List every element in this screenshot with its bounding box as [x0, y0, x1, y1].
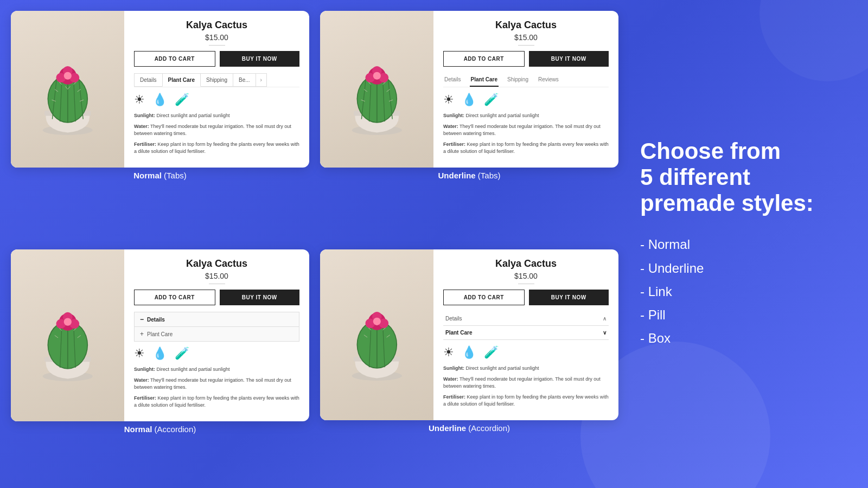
label-normal-bottom-left: (Accordion): [152, 425, 196, 434]
water-icon-top-right: 💧: [462, 93, 476, 107]
accordion-underline-header-details[interactable]: Details ∧: [443, 312, 609, 325]
accordion-normal-bottom-left: − Details + Plant Care: [134, 312, 299, 342]
fertiliser-text-bottom-left: Fertiliser: Keep plant in top form by fe…: [134, 395, 299, 409]
fertiliser-text-top-right: Fertiliser: Keep plant in top form by fe…: [443, 141, 609, 156]
card-wrapper-top-right: Kalya Cactus $15.00 ADD TO CART BUY IT N…: [320, 11, 618, 239]
price-divider-bottom-right: [518, 284, 534, 284]
care-icons-top-left: ☀ 💧 🧪: [134, 93, 299, 107]
style-box: - Box: [640, 326, 852, 350]
accordion-underline-header-plant-care[interactable]: Plant Care ∨: [443, 326, 609, 339]
buy-it-now-button-top-left[interactable]: BUY IT NOW: [220, 51, 300, 67]
fertiliser-icon-top-right: 🧪: [484, 93, 499, 107]
cactus-illustration-top-right: [329, 23, 425, 156]
buy-it-now-button-bottom-left[interactable]: BUY IT NOW: [220, 290, 300, 305]
label-bottom-right: Underline (Accordion): [320, 423, 618, 433]
right-panel: Choose from5 differentpremade styles: - …: [629, 11, 857, 477]
label-bottom-left: Normal (Accordion): [11, 425, 309, 434]
accordion-item-plant-care-bottom-left: + Plant Care: [134, 326, 299, 342]
style-underline: - Underline: [640, 256, 852, 280]
product-title-bottom-left: Kalya Cactus: [134, 258, 299, 269]
fertiliser-icon-bottom-right: 🧪: [484, 345, 499, 359]
accordion-label-details: Details: [147, 317, 165, 323]
fertiliser-icon-bottom-left: 🧪: [175, 346, 189, 361]
product-title-top-left: Kalya Cactus: [134, 20, 299, 31]
tab-plant-care-top-left[interactable]: Plant Care: [162, 73, 201, 87]
card-content-top-left: Kalya Cactus $15.00 ADD TO CART BUY IT N…: [124, 11, 309, 168]
sunlight-text-bottom-right: Sunlight: Direct sunlight and partial su…: [443, 365, 609, 373]
care-icons-bottom-right: ☀ 💧 🧪: [443, 345, 609, 359]
style-link: - Link: [640, 280, 852, 303]
cactus-background-bottom-left: [11, 249, 124, 421]
svg-point-45: [373, 72, 380, 79]
fertiliser-text-bottom-right: Fertiliser: Keep plant in top form by fe…: [443, 394, 609, 408]
tab-be-top-left[interactable]: Be...: [233, 73, 256, 87]
product-price-bottom-right: $15.00: [443, 272, 609, 280]
accordion-underline-bottom-right: Details ∧ Plant Care ∨: [443, 312, 609, 340]
card-normal-tabs: Kalya Cactus $15.00 ADD TO CART BUY IT N…: [11, 11, 309, 168]
product-price-top-right: $15.00: [443, 33, 609, 42]
label-bold-bottom-left: Normal: [124, 425, 152, 434]
accordion-underline-label-plant-care: Plant Care: [445, 330, 472, 336]
fertiliser-icon-top-left: 🧪: [175, 93, 189, 107]
tab-details-top-right[interactable]: Details: [443, 73, 462, 87]
card-underline-accordion: Kalya Cactus $15.00 ADD TO CART BUY IT N…: [320, 249, 618, 420]
style-normal: - Normal: [640, 233, 852, 256]
cactus-background-top-left: [11, 11, 124, 168]
water-text-bottom-right: Water: They'll need moderate but regular…: [443, 376, 609, 390]
card-content-top-right: Kalya Cactus $15.00 ADD TO CART BUY IT N…: [433, 11, 618, 168]
btn-row-bottom-left: ADD TO CART BUY IT NOW: [134, 290, 299, 305]
svg-point-81: [373, 317, 380, 325]
water-icon-bottom-right: 💧: [462, 345, 476, 359]
cactus-illustration-bottom-right: [329, 262, 425, 407]
card-image-top-right: [320, 11, 433, 168]
tab-reviews-top-right[interactable]: Reviews: [537, 73, 560, 87]
tabs-normal-top-left: Details Plant Care Shipping Be... ›: [134, 73, 299, 87]
add-to-cart-button-top-right[interactable]: ADD TO CART: [443, 51, 525, 67]
sun-icon-top-right: ☀: [443, 93, 454, 107]
panel-list: - Normal - Underline - Link - Pill - Box: [640, 233, 852, 350]
water-icon-bottom-left: 💧: [152, 346, 167, 361]
panel-heading: Choose from5 differentpremade styles:: [640, 138, 852, 217]
tab-shipping-top-left[interactable]: Shipping: [200, 73, 233, 87]
buy-it-now-button-bottom-right[interactable]: BUY IT NOW: [529, 290, 609, 305]
btn-row-top-left: ADD TO CART BUY IT NOW: [134, 51, 299, 67]
accordion-underline-label-details: Details: [445, 316, 462, 322]
sun-icon-bottom-right: ☀: [443, 345, 454, 359]
tabs-underline-top-right: Details Plant Care Shipping Reviews: [443, 73, 609, 87]
sunlight-text-top-left: Sunlight: Direct sunlight and partial su…: [134, 112, 299, 120]
main-container: Kalya Cactus $15.00 ADD TO CART BUY IT N…: [0, 0, 868, 488]
label-bold-top-left: Normal: [133, 171, 162, 180]
label-top-right: Underline (Tabs): [320, 171, 618, 180]
tab-plant-care-top-right[interactable]: Plant Care: [470, 73, 499, 87]
buy-it-now-button-top-right[interactable]: BUY IT NOW: [529, 51, 609, 67]
accordion-header-details-bottom-left[interactable]: − Details: [135, 312, 299, 326]
accordion-header-plant-care-bottom-left[interactable]: + Plant Care: [135, 327, 299, 341]
water-text-top-right: Water: They'll need moderate but regular…: [443, 123, 609, 138]
cactus-background-bottom-right: [320, 249, 433, 420]
tab-shipping-top-right[interactable]: Shipping: [506, 73, 529, 87]
price-divider-top-left: [209, 45, 225, 46]
svg-point-63: [63, 318, 71, 325]
accordion-plus-icon: +: [140, 331, 144, 337]
product-title-bottom-right: Kalya Cactus: [443, 258, 609, 269]
add-to-cart-button-bottom-right[interactable]: ADD TO CART: [443, 290, 525, 305]
card-image-bottom-left: [11, 249, 124, 421]
water-icon-top-left: 💧: [152, 93, 167, 107]
add-to-cart-button-bottom-left[interactable]: ADD TO CART: [134, 290, 215, 305]
label-bold-bottom-right: Underline: [429, 423, 466, 433]
accordion-minus-icon: −: [140, 316, 144, 323]
product-price-top-left: $15.00: [134, 33, 299, 42]
price-divider-top-right: [518, 45, 534, 46]
add-to-cart-button-top-left[interactable]: ADD TO CART: [134, 51, 215, 67]
tab-more-top-left[interactable]: ›: [256, 73, 267, 87]
cactus-background-top-right: [320, 11, 433, 168]
card-image-top-left: [11, 11, 124, 168]
card-wrapper-bottom-right: Kalya Cactus $15.00 ADD TO CART BUY IT N…: [320, 249, 618, 477]
label-bold-top-right: Underline: [438, 171, 475, 180]
card-normal-accordion: Kalya Cactus $15.00 ADD TO CART BUY IT N…: [11, 249, 309, 421]
tab-details-top-left[interactable]: Details: [134, 73, 163, 87]
accordion-underline-chevron-details: ∧: [603, 316, 607, 322]
accordion-underline-chevron-plant-care: ∨: [603, 330, 607, 336]
accordion-underline-item-plant-care: Plant Care ∨: [443, 326, 609, 340]
label-normal-top-left: (Tabs): [162, 171, 187, 180]
